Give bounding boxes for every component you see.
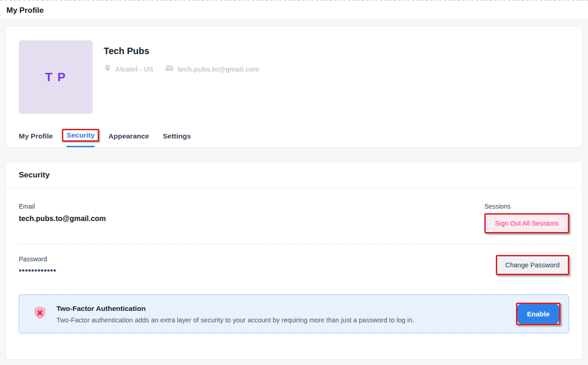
annotation-highlight-sign-out: Sign Out All Sessions [484, 213, 569, 233]
sessions-block: Sessions Sign Out All Sessions [484, 203, 569, 233]
main-content: T P Tech Pubs Alcatel - US [0, 20, 588, 359]
tab-settings-label: Settings [163, 132, 191, 140]
password-field: Password ************ [19, 255, 56, 275]
annotation-highlight-security-tab: Security [62, 129, 99, 142]
dashed-divider [19, 243, 569, 244]
security-heading: Security [6, 162, 582, 189]
profile-name: Tech Pubs [104, 46, 259, 56]
avatar-initials: T P [45, 70, 66, 84]
two-factor-description: Two-Factor authentication adds an extra … [56, 316, 507, 324]
tab-settings[interactable]: Settings [163, 129, 191, 147]
shield-x-icon [32, 305, 48, 323]
sessions-label: Sessions [484, 203, 569, 210]
email-meta: tech.pubs.to@gmail.com [165, 65, 259, 73]
tab-my-profile[interactable]: My Profile [19, 129, 53, 147]
security-body: Email tech.pubs.to@gmail.com Sessions Si… [6, 189, 582, 359]
change-password-button[interactable]: Change Password [497, 256, 568, 274]
tab-my-profile-label: My Profile [19, 132, 53, 140]
email-field-value: tech.pubs.to@gmail.com [19, 215, 106, 223]
tab-appearance[interactable]: Appearance [108, 129, 149, 147]
profile-summary: T P Tech Pubs Alcatel - US [19, 40, 569, 114]
enable-two-factor-button[interactable]: Enable [517, 304, 559, 324]
tab-security-label: Security [67, 131, 94, 139]
two-factor-panel: Two-Factor Authentication Two-Factor aut… [19, 294, 569, 333]
two-factor-text: Two-Factor Authentication Two-Factor aut… [56, 304, 507, 324]
profile-meta: Alcatel - US tech.pubs.to@gmail.com [104, 64, 259, 73]
annotation-highlight-enable: Enable [516, 303, 560, 325]
location-pin-icon [104, 64, 111, 73]
sign-out-all-sessions-button[interactable]: Sign Out All Sessions [486, 215, 568, 232]
page-title: My Profile [6, 6, 44, 15]
profile-tabs: My Profile Security Appearance Settings [19, 126, 569, 147]
profile-card: T P Tech Pubs Alcatel - US [6, 26, 582, 148]
annotation-highlight-change-password: Change Password [496, 255, 570, 275]
email-field: Email tech.pubs.to@gmail.com [19, 203, 106, 223]
page-header: My Profile [0, 0, 588, 20]
envelope-icon [165, 65, 174, 73]
password-field-label: Password [19, 255, 56, 263]
company-meta: Alcatel - US [104, 64, 153, 73]
tab-appearance-label: Appearance [108, 132, 149, 140]
company-label: Alcatel - US [115, 65, 153, 73]
password-field-value: ************ [19, 267, 56, 275]
avatar: T P [19, 40, 93, 114]
tab-security[interactable]: Security [67, 126, 94, 147]
two-factor-title: Two-Factor Authentication [56, 304, 507, 313]
profile-info: Tech Pubs Alcatel - US [104, 40, 259, 73]
password-row: Password ************ Change Password [19, 255, 569, 275]
email-sessions-row: Email tech.pubs.to@gmail.com Sessions Si… [19, 203, 569, 233]
email-label-meta: tech.pubs.to@gmail.com [178, 65, 259, 73]
email-field-label: Email [19, 203, 106, 210]
security-card: Security Email tech.pubs.to@gmail.com Se… [6, 161, 582, 359]
change-password-block: Change Password [496, 255, 570, 275]
